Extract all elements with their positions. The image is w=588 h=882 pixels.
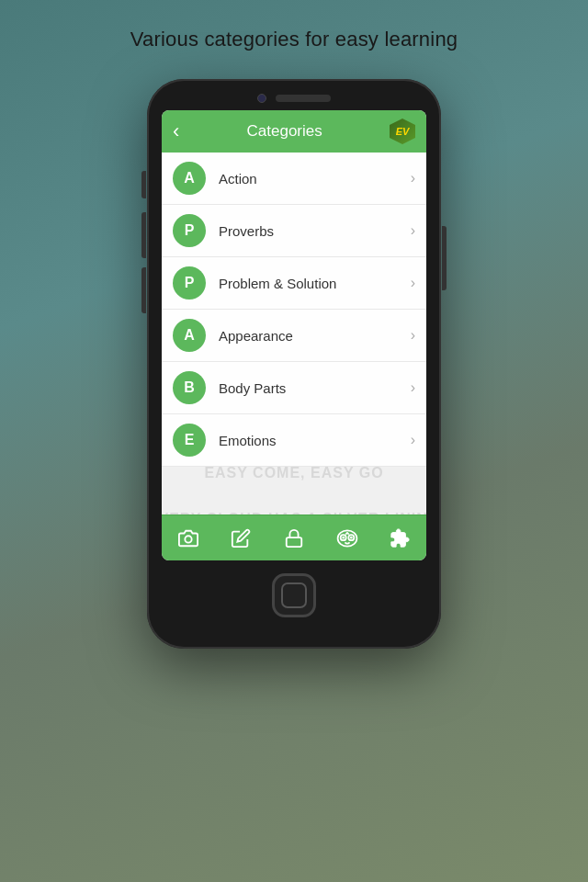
chevron-right-icon: › <box>411 170 415 187</box>
side-button-right <box>442 226 447 290</box>
chevron-right-icon: › <box>411 327 415 344</box>
speaker-grille <box>276 95 331 102</box>
home-button[interactable] <box>272 573 316 617</box>
chevron-right-icon: › <box>411 275 415 291</box>
header-title: Categories <box>179 122 390 141</box>
phone-body: BLESSING IN DISGUISE BETTER LATE THAN NE… <box>147 79 441 649</box>
category-icon-a2: A <box>173 319 206 352</box>
category-label: Appearance <box>219 328 398 344</box>
category-label: Action <box>219 171 398 187</box>
svg-point-0 <box>185 536 191 542</box>
nav-edit-button[interactable] <box>222 520 259 557</box>
back-button[interactable]: ‹ <box>173 121 179 141</box>
phone-bottom-bar <box>162 573 426 617</box>
category-icon-p2: P <box>173 266 206 300</box>
front-camera <box>257 94 266 103</box>
edit-icon <box>231 528 251 548</box>
category-label: Problem & Solution <box>219 276 398 291</box>
logo-text: EV <box>396 126 410 137</box>
svg-point-5 <box>342 536 345 538</box>
svg-rect-1 <box>287 537 302 547</box>
owl-icon <box>335 528 359 548</box>
list-item[interactable]: P Problem & Solution › <box>162 257 426 310</box>
phone-screen: BLESSING IN DISGUISE BETTER LATE THAN NE… <box>162 110 426 560</box>
watermark-line: EASY COME, EASY GO <box>204 465 383 481</box>
lock-icon <box>284 528 304 548</box>
camera-icon <box>178 528 198 548</box>
side-button-2 <box>141 212 146 258</box>
list-item[interactable]: A Appearance › <box>162 310 426 362</box>
list-item[interactable]: P Proverbs › <box>162 205 426 257</box>
category-icon-e: E <box>173 424 206 457</box>
category-icon-p: P <box>173 214 206 247</box>
side-button-1 <box>141 171 146 198</box>
app-logo[interactable]: EV <box>390 119 415 144</box>
category-label: Emotions <box>219 433 398 448</box>
svg-point-6 <box>350 536 353 538</box>
page-subtitle: Various categories for easy learning <box>0 0 588 70</box>
home-button-inner <box>281 582 307 608</box>
list-item[interactable]: B Body Parts › <box>162 362 426 414</box>
category-icon-a: A <box>173 162 206 195</box>
chevron-right-icon: › <box>411 222 415 239</box>
phone-top-bar <box>162 94 426 103</box>
side-button-3 <box>141 267 146 313</box>
chevron-right-icon: › <box>411 432 415 448</box>
nav-puzzle-button[interactable] <box>381 520 418 557</box>
nav-owl-button[interactable] <box>329 520 366 557</box>
nav-camera-button[interactable] <box>170 520 207 557</box>
phone-frame: BLESSING IN DISGUISE BETTER LATE THAN NE… <box>0 70 588 649</box>
category-label: Body Parts <box>219 380 398 396</box>
category-list: A Action › P Proverbs › P Problem & Solu… <box>162 153 426 467</box>
bottom-navigation <box>162 514 426 560</box>
category-label: Proverbs <box>219 223 398 239</box>
nav-lock-button[interactable] <box>276 520 312 557</box>
puzzle-icon <box>390 528 410 548</box>
list-item[interactable]: A Action › <box>162 153 426 205</box>
list-item[interactable]: E Emotions › <box>162 414 426 467</box>
chevron-right-icon: › <box>411 379 415 396</box>
category-icon-b: B <box>173 371 206 404</box>
app-header: ‹ Categories EV <box>162 110 426 153</box>
